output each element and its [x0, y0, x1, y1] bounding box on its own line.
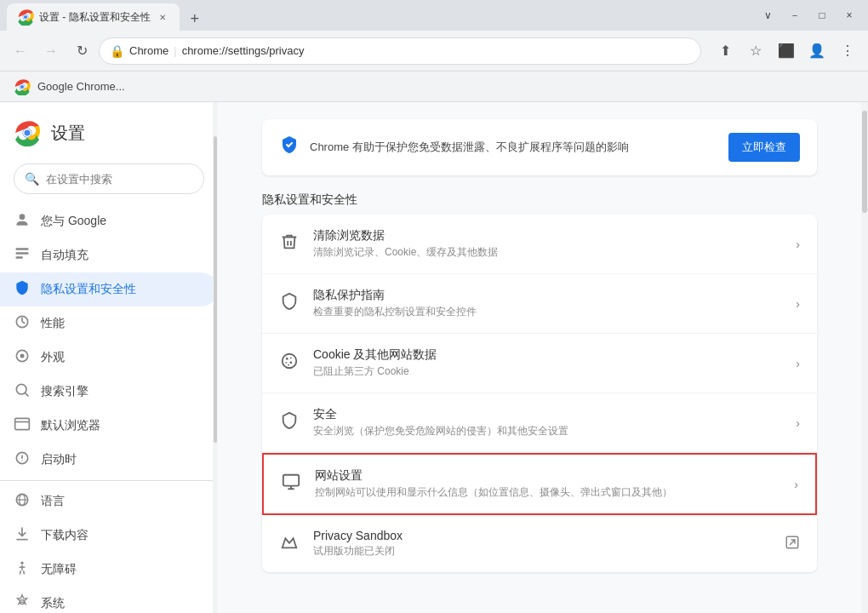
chevron-button[interactable]: ∨: [756, 3, 779, 27]
sidebar-item-search[interactable]: 搜索引擎: [0, 375, 218, 409]
svg-rect-18: [15, 418, 30, 429]
close-button[interactable]: ×: [837, 3, 861, 27]
sidebar-item-downloads[interactable]: 下载内容: [0, 518, 218, 553]
menu-button[interactable]: ⋮: [834, 37, 861, 65]
privacy-sandbox-subtitle: 试用版功能已关闭: [313, 544, 771, 559]
safety-banner: Chrome 有助于保护您免受数据泄露、不良扩展程序等问题的影响 立即检查: [262, 119, 817, 175]
back-button[interactable]: ←: [7, 37, 34, 65]
svg-point-25: [20, 561, 23, 564]
sidebar-label-privacy: 隐私设置和安全性: [41, 282, 136, 297]
search-icon: 🔍: [25, 172, 39, 186]
bookmark-button[interactable]: ☆: [742, 37, 769, 65]
svg-point-5: [20, 84, 24, 88]
svg-rect-10: [16, 248, 29, 250]
site-settings-title: 网站设置: [315, 468, 780, 484]
sidebar-label-accessibility: 无障碍: [41, 562, 77, 577]
address-brand: Chrome: [129, 44, 168, 57]
svg-point-15: [20, 353, 25, 358]
forward-button[interactable]: →: [37, 37, 65, 65]
svg-rect-33: [283, 475, 299, 486]
tab-title: 设置 - 隐私设置和安全性: [39, 10, 151, 25]
svg-point-27: [283, 354, 297, 369]
sidebar-items: 您与 Google 自动填充 隐私设置和安全性 性能: [0, 204, 218, 613]
chrome-bar: Google Chrome...: [0, 72, 868, 102]
privacy-guide-title: 隐私保护指南: [313, 288, 782, 303]
tab-favicon: [17, 9, 34, 26]
address-url: chrome://settings/privacy: [182, 44, 305, 57]
accessibility-icon: [14, 559, 31, 581]
cookies-subtitle: 已阻止第三方 Cookie: [313, 364, 782, 379]
safety-shield-icon: [279, 135, 300, 160]
settings-row-privacy-guide[interactable]: 隐私保护指南 检查重要的隐私控制设置和安全控件 ›: [262, 274, 817, 334]
address-bar[interactable]: 🔒 Chrome | chrome://settings/privacy: [99, 37, 701, 65]
settings-row-privacy-sandbox[interactable]: Privacy Sandbox 试用版功能已关闭: [262, 515, 817, 572]
main-area: 设置 🔍 您与 Google 自动填: [0, 102, 868, 613]
sidebar-item-system[interactable]: 系统: [0, 587, 218, 613]
security-shield-icon: 🔒: [110, 44, 124, 58]
site-settings-subtitle: 控制网站可以使用和显示什么信息（如位置信息、摄像头、弹出式窗口及其他）: [315, 485, 780, 500]
navbar: ← → ↻ 🔒 Chrome | chrome://settings/priva…: [0, 31, 868, 72]
safety-check-button[interactable]: 立即检查: [728, 133, 800, 162]
svg-rect-11: [16, 252, 29, 255]
security-content: 安全 安全浏览（保护您免受危险网站的侵害）和其他安全设置: [313, 407, 782, 438]
settings-row-cookies[interactable]: Cookie 及其他网站数据 已阻止第三方 Cookie ›: [262, 334, 817, 393]
sidebar-item-google[interactable]: 您与 Google: [0, 204, 218, 238]
cookies-content: Cookie 及其他网站数据 已阻止第三方 Cookie: [313, 347, 782, 379]
settings-row-site-settings[interactable]: 网站设置 控制网站可以使用和显示什么信息（如位置信息、摄像头、弹出式窗口及其他）…: [262, 453, 817, 515]
search-bar[interactable]: 🔍: [14, 163, 204, 194]
svg-point-8: [25, 130, 31, 136]
sidebar-item-startup[interactable]: 启动时: [0, 443, 218, 477]
cookies-icon: [279, 352, 300, 375]
sidebar-item-accessibility[interactable]: 无障碍: [0, 553, 218, 587]
sidebar-item-language[interactable]: 语言: [0, 484, 218, 518]
system-icon: [14, 593, 31, 614]
restore-button[interactable]: □: [810, 3, 834, 27]
startup-icon: [14, 450, 31, 471]
sidebar-label-browser: 默认浏览器: [41, 418, 100, 433]
sidebar-item-autofill[interactable]: 自动填充: [0, 238, 218, 272]
site-settings-icon: [281, 473, 301, 496]
settings-list: 清除浏览数据 清除浏览记录、Cookie、缓存及其他数据 › 隐私保护指南 检查…: [262, 215, 817, 572]
sidebar-item-performance[interactable]: 性能: [0, 306, 218, 341]
active-tab[interactable]: 设置 - 隐私设置和安全性 ✕: [7, 3, 180, 31]
content-area: Chrome 有助于保护您免受数据泄露、不良扩展程序等问题的影响 立即检查 隐私…: [218, 102, 861, 613]
clear-browsing-icon: [279, 232, 300, 255]
settings-header: 设置: [0, 109, 218, 157]
new-tab-button[interactable]: +: [183, 7, 207, 31]
address-separator: |: [174, 44, 176, 57]
svg-point-2: [24, 15, 27, 19]
sidebar-label-autofill: 自动填充: [41, 248, 89, 263]
svg-point-16: [16, 384, 26, 394]
content-scrollbar[interactable]: [861, 102, 868, 613]
sidebar-item-appearance[interactable]: 外观: [0, 341, 218, 375]
settings-row-security[interactable]: 安全 安全浏览（保护您免受危险网站的侵害）和其他安全设置 ›: [262, 393, 817, 453]
svg-point-30: [285, 362, 287, 364]
site-settings-content: 网站设置 控制网站可以使用和显示什么信息（如位置信息、摄像头、弹出式窗口及其他）: [315, 468, 780, 500]
privacy-guide-arrow: ›: [796, 297, 800, 311]
settings-row-clear-browsing[interactable]: 清除浏览数据 清除浏览记录、Cookie、缓存及其他数据 ›: [262, 215, 817, 274]
sidebar-label-search: 搜索引擎: [41, 384, 89, 399]
settings-logo: [14, 119, 41, 146]
sidebar-item-browser[interactable]: 默认浏览器: [0, 409, 218, 443]
sidebar-divider: [0, 480, 218, 481]
tab-close-button[interactable]: ✕: [156, 10, 169, 24]
refresh-button[interactable]: ↻: [68, 37, 95, 65]
safety-text: Chrome 有助于保护您免受数据泄露、不良扩展程序等问题的影响: [310, 140, 718, 155]
cookies-arrow: ›: [796, 357, 800, 370]
clear-browsing-subtitle: 清除浏览记录、Cookie、缓存及其他数据: [313, 245, 782, 260]
privacy-sandbox-title: Privacy Sandbox: [313, 529, 771, 542]
share-button[interactable]: ⬆: [711, 37, 739, 65]
security-subtitle: 安全浏览（保护您免受危险网站的侵害）和其他安全设置: [313, 424, 782, 438]
search-bar-wrapper: 🔍: [0, 163, 218, 204]
appearance-icon: [14, 347, 31, 369]
search-input[interactable]: [46, 173, 193, 186]
performance-icon: [14, 313, 31, 335]
svg-point-31: [289, 361, 292, 364]
tab-bar: 设置 - 隐私设置和安全性 ✕ +: [7, 0, 756, 31]
sidebar-item-privacy[interactable]: 隐私设置和安全性: [0, 272, 218, 306]
profile-button[interactable]: 👤: [803, 37, 831, 65]
split-view-button[interactable]: ⬛: [773, 37, 800, 65]
cookies-title: Cookie 及其他网站数据: [313, 347, 782, 363]
minimize-button[interactable]: －: [783, 3, 807, 27]
security-icon: [279, 411, 300, 434]
